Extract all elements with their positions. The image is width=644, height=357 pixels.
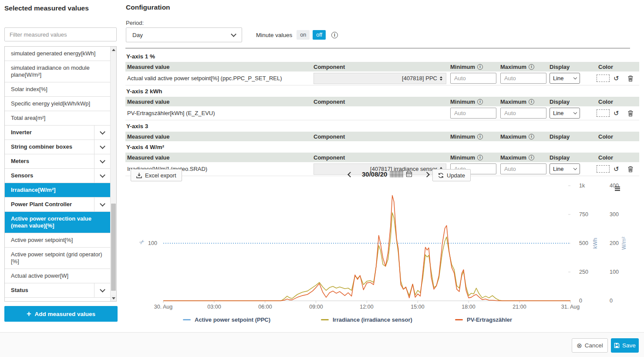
col-display: Display bbox=[548, 133, 583, 140]
table-row: PV-Ertragszähler[kWh] (E_Z_EVU) Line ↺ bbox=[125, 106, 639, 120]
list-item[interactable]: Actual active power[W] bbox=[5, 269, 111, 283]
minute-values-on-button[interactable]: on bbox=[297, 30, 310, 40]
excel-export-button[interactable]: Excel export bbox=[131, 169, 182, 181]
info-icon[interactable]: i bbox=[477, 64, 483, 70]
list-scrollbar[interactable] bbox=[110, 47, 116, 301]
expand-cell[interactable] bbox=[94, 197, 111, 211]
x-tick: 09:00 bbox=[309, 304, 323, 310]
col-measured-value: Measured value bbox=[125, 133, 312, 140]
y-axis-title: Y-axis 2 kWh bbox=[125, 85, 639, 97]
info-icon[interactable]: i bbox=[477, 134, 483, 139]
info-icon[interactable]: i bbox=[529, 99, 534, 105]
col-measured-value: Measured value bbox=[125, 64, 312, 70]
info-icon[interactable]: i bbox=[477, 99, 483, 105]
divider bbox=[125, 48, 630, 48]
scroll-thumb[interactable] bbox=[111, 204, 116, 291]
col-minimum: Minimumi bbox=[448, 99, 499, 105]
chart-menu-icon[interactable] bbox=[615, 187, 620, 191]
list-item[interactable]: Specific energy yield[kWh/kWp] bbox=[5, 97, 111, 111]
info-icon[interactable]: i bbox=[529, 155, 534, 160]
save-button[interactable]: Save bbox=[611, 338, 639, 353]
table-row: Actual valid active power setpoint[%] (p… bbox=[125, 71, 639, 85]
table-header: Measured value Component Minimumi Maximu… bbox=[125, 97, 639, 106]
x-tick: 15:00 bbox=[411, 304, 424, 310]
period-select[interactable]: Day bbox=[126, 27, 242, 42]
list-item[interactable]: Active power setpoint (grid operator)[%] bbox=[5, 248, 111, 269]
list-group-sensors[interactable]: Sensors bbox=[5, 169, 111, 183]
table-header: Measured value Component Minimumi Maximu… bbox=[125, 153, 639, 162]
minimum-input[interactable] bbox=[450, 73, 496, 84]
col-minimum: Minimumi bbox=[448, 154, 499, 161]
x-tick: 21:00 bbox=[513, 304, 526, 310]
reset-color-icon[interactable]: ↺ bbox=[614, 110, 619, 116]
expand-cell[interactable] bbox=[94, 169, 111, 183]
minute-values-label: Minute values bbox=[256, 32, 292, 38]
expand-cell[interactable] bbox=[94, 283, 111, 297]
next-day-button[interactable] bbox=[423, 171, 430, 178]
list-group-string-combiner-boxes[interactable]: String combiner boxes bbox=[5, 140, 111, 154]
col-minimum: Minimumi bbox=[448, 64, 499, 70]
measured-value-cell: Actual valid active power setpoint[%] (p… bbox=[125, 75, 312, 82]
color-swatch[interactable] bbox=[597, 75, 610, 82]
list-group-status[interactable]: Status bbox=[5, 283, 111, 298]
legend-item-setpoint[interactable]: Active power setpoint (PPC) bbox=[183, 316, 270, 323]
configuration-title: Configuration bbox=[126, 3, 170, 11]
minimum-input[interactable] bbox=[450, 108, 496, 119]
calendar-icon[interactable] bbox=[406, 171, 412, 177]
component-select[interactable]: [407818] PPC bbox=[314, 73, 446, 84]
col-display: Display bbox=[548, 99, 583, 105]
update-button[interactable]: Update bbox=[432, 169, 471, 181]
page: Selected measured values simulated gener… bbox=[0, 0, 644, 357]
legend-item-irradiance[interactable]: Irradiance (irradiance sensor) bbox=[321, 316, 412, 323]
list-group-meters[interactable]: Meters bbox=[5, 154, 111, 169]
info-icon[interactable]: i bbox=[477, 155, 483, 160]
maximum-input[interactable] bbox=[500, 108, 546, 119]
list-item[interactable]: Total area[m²] bbox=[5, 111, 111, 126]
color-swatch[interactable] bbox=[597, 109, 610, 117]
expand-cell[interactable] bbox=[94, 126, 111, 139]
expand-cell[interactable] bbox=[94, 154, 111, 168]
display-select[interactable]: Line bbox=[550, 108, 580, 119]
scroll-up-arrow[interactable] bbox=[111, 47, 116, 53]
list-item-label: Actual active power[W] bbox=[5, 269, 111, 283]
list-item-label: Specific energy yield[kWh/kWp] bbox=[5, 97, 111, 111]
display-select[interactable]: Line bbox=[550, 73, 580, 84]
legend-marker bbox=[321, 319, 329, 320]
kwh-tick: 750 bbox=[579, 211, 588, 218]
list-item-label: simulated irradiance on module plane[W/m… bbox=[5, 61, 111, 82]
chevron-down-icon bbox=[100, 287, 105, 292]
list-item[interactable]: Solar index[%] bbox=[5, 82, 111, 97]
list-item[interactable]: simulated generated energy[kWh] bbox=[5, 47, 111, 61]
list-item-selected-irradiance[interactable]: Irradiance[W/m²] bbox=[5, 183, 111, 197]
cancel-button[interactable]: ⊗ Cancel bbox=[572, 338, 608, 353]
delete-row-icon[interactable] bbox=[628, 110, 633, 116]
list-group-inverter[interactable]: Inverter bbox=[5, 126, 111, 140]
minute-values-off-button[interactable]: off bbox=[313, 30, 326, 40]
info-icon[interactable]: i bbox=[529, 134, 534, 139]
previous-day-button[interactable] bbox=[347, 171, 354, 178]
date-display: 30/08/20 bbox=[362, 170, 412, 178]
kwh-axis-title: kWh bbox=[592, 238, 598, 249]
info-icon[interactable]: i bbox=[331, 32, 338, 38]
legend-item-pv[interactable]: PV-Ertragszähler bbox=[455, 316, 512, 323]
expand-cell[interactable] bbox=[94, 140, 111, 154]
scroll-down-arrow[interactable] bbox=[111, 295, 116, 301]
legend-marker bbox=[183, 319, 191, 320]
maximum-input[interactable] bbox=[500, 73, 546, 84]
list-item-selected-active-power-correction[interactable]: Active power correction value (mean valu… bbox=[5, 212, 111, 233]
filter-input[interactable] bbox=[4, 27, 117, 41]
download-icon bbox=[136, 173, 142, 178]
date-text: 30/08/20 bbox=[362, 170, 387, 178]
list-item[interactable]: Active power setpoint[%] bbox=[5, 233, 111, 248]
add-measured-values-button[interactable]: + Add measured values bbox=[4, 306, 118, 322]
list-item-label: Inverter bbox=[5, 126, 94, 139]
info-icon[interactable]: i bbox=[529, 64, 534, 70]
configuration-panel: Configuration Period: Day Minute values … bbox=[125, 0, 644, 332]
list-item[interactable]: simulated irradiance on module plane[W/m… bbox=[5, 61, 111, 82]
list-group-power-plant-controller[interactable]: Power Plant Controller bbox=[5, 197, 111, 212]
chevron-down-icon bbox=[100, 143, 105, 149]
x-tick: 30. Aug bbox=[154, 304, 172, 310]
delete-row-icon[interactable] bbox=[628, 75, 633, 82]
chevron-down-icon bbox=[573, 76, 577, 79]
reset-color-icon[interactable]: ↺ bbox=[614, 75, 619, 82]
